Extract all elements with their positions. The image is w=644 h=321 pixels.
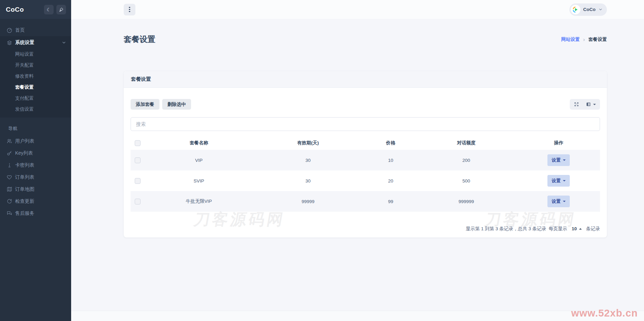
key-icon — [7, 150, 12, 156]
column-header-validity: 有效期(天) — [250, 136, 366, 150]
sidebar-item-label: 订单列表 — [15, 174, 66, 180]
card-title: 套餐设置 — [124, 71, 607, 88]
package-settings-card: 套餐设置 添加套餐 删除选中 — [124, 71, 607, 237]
sidebar-item-site-settings[interactable]: 网站设置 — [0, 49, 71, 60]
fullscreen-button[interactable] — [574, 102, 579, 107]
sidebar-item-home[interactable]: 首页 — [0, 24, 71, 36]
chat-bubbles-icon — [7, 210, 12, 216]
column-header-quota: 对话额度 — [415, 136, 518, 150]
settings-dropdown-button[interactable]: 设置 — [547, 196, 570, 207]
cell-validity: 99999 — [250, 191, 366, 212]
page-footer — [71, 311, 644, 321]
sidebar-item-edit-profile[interactable]: 修改资料 — [0, 71, 71, 82]
breadcrumb-link-site-settings[interactable]: 网站设置 — [561, 36, 580, 43]
table-toolbar: 添加套餐 删除选中 — [131, 99, 600, 110]
sidebar-item-order-map[interactable]: 订单地图 — [0, 183, 71, 195]
cell-name: VIP — [148, 150, 250, 170]
dark-mode-button[interactable]: ☾ — [44, 5, 54, 14]
add-package-button[interactable]: 添加套餐 — [131, 99, 159, 110]
row-checkbox[interactable] — [135, 199, 141, 204]
avatar — [571, 5, 580, 14]
sidebar: CoCo ☾ 首页 系统设置 网站设置 开关配置 修改资料 套餐设置 支付配置 … — [0, 0, 71, 321]
brush-icon — [59, 7, 64, 12]
map-icon — [7, 186, 12, 192]
layers-icon — [7, 40, 12, 46]
sidebar-group-system: 系统设置 网站设置 开关配置 修改资料 套餐设置 支付配置 发信设置 — [0, 36, 71, 118]
caret-down-icon — [563, 159, 566, 161]
dashboard-icon — [7, 27, 12, 33]
sidebar-header: CoCo ☾ — [0, 0, 71, 19]
pagination-summary: 显示第 1 到第 3 条记录，总共 3 条记录 — [466, 226, 546, 232]
select-all-checkbox[interactable] — [135, 140, 141, 146]
packages-table: 套餐名称 有效期(天) 价格 对话额度 操作 VIP 30 10 — [131, 136, 600, 212]
chevron-down-icon — [598, 7, 603, 12]
sidebar-item-mail-settings[interactable]: 发信设置 — [0, 104, 71, 115]
user-name: CoCo — [583, 7, 596, 12]
sidebar-item-system-settings[interactable]: 系统设置 — [0, 36, 71, 49]
cell-name: SVIP — [148, 170, 250, 191]
sidebar-item-card-list[interactable]: 卡密列表 — [0, 159, 71, 171]
table-row: 牛批无限VIP 99999 99 999999 设置 — [131, 191, 600, 212]
table-row: SVIP 30 20 500 设置 — [131, 170, 600, 191]
cell-price: 99 — [366, 191, 415, 212]
info-icon — [7, 162, 12, 168]
menu-dots-button[interactable] — [124, 4, 135, 15]
breadcrumb-separator-icon: › — [583, 36, 585, 42]
sidebar-item-check-update[interactable]: 检查更新 — [0, 195, 71, 207]
column-header-name: 套餐名称 — [148, 136, 250, 150]
caret-down-icon — [563, 201, 566, 202]
columns-button[interactable] — [586, 102, 596, 107]
caret-down-icon — [593, 104, 596, 105]
sidebar-item-switch-config[interactable]: 开关配置 — [0, 60, 71, 71]
sidebar-item-order-list[interactable]: 订单列表 — [0, 171, 71, 183]
refresh-icon — [7, 198, 12, 204]
sidebar-item-payment-config[interactable]: 支付配置 — [0, 93, 71, 104]
sidebar-item-label: 检查更新 — [15, 198, 66, 204]
breadcrumb: 网站设置 › 套餐设置 — [561, 36, 607, 43]
search-input[interactable] — [131, 117, 600, 131]
table-row: VIP 30 10 200 设置 — [131, 150, 600, 170]
table-tools — [570, 99, 600, 110]
users-icon — [7, 138, 12, 144]
heart-icon — [7, 174, 12, 180]
sidebar-item-label: 卡密列表 — [15, 162, 66, 168]
settings-dropdown-button[interactable]: 设置 — [547, 175, 570, 187]
user-menu-button[interactable]: CoCo — [569, 3, 607, 16]
theme-button[interactable] — [56, 5, 66, 14]
settings-dropdown-button[interactable]: 设置 — [547, 154, 570, 166]
sidebar-item-after-sales[interactable]: 售后服务 — [0, 207, 71, 219]
row-checkbox[interactable] — [135, 157, 141, 163]
sidebar-item-label: 售后服务 — [15, 210, 66, 217]
sidebar-item-label: 用户列表 — [15, 138, 66, 144]
page-head: 套餐设置 网站设置 › 套餐设置 — [124, 34, 607, 45]
cell-quota: 999999 — [415, 191, 518, 212]
topbar: CoCo — [71, 0, 644, 19]
sidebar-item-label: 订单地图 — [15, 186, 66, 192]
delete-selected-button[interactable]: 删除选中 — [162, 99, 191, 110]
breadcrumb-current: 套餐设置 — [588, 36, 607, 43]
main-area: CoCo 套餐设置 网站设置 › 套餐设置 套餐设置 添加套餐 删除选中 — [71, 0, 644, 237]
per-page-select[interactable]: 10 — [569, 225, 584, 232]
column-header-price: 价格 — [366, 136, 415, 150]
sidebar-item-key-list[interactable]: Key列表 — [0, 147, 71, 159]
sidebar-item-label: 系统设置 — [15, 40, 62, 46]
sidebar-item-user-list[interactable]: 用户列表 — [0, 135, 71, 147]
moon-icon: ☾ — [47, 7, 51, 12]
sidebar-item-package-settings[interactable]: 套餐设置 — [0, 82, 71, 93]
sidebar-section-label: 导航 — [0, 120, 71, 135]
per-page-unit: 条记录 — [586, 226, 600, 232]
columns-icon — [586, 102, 591, 107]
dots-vertical-icon — [129, 7, 130, 8]
cell-quota: 500 — [415, 170, 518, 191]
cell-validity: 30 — [250, 150, 366, 170]
cell-price: 20 — [366, 170, 415, 191]
app-logo: CoCo — [6, 6, 24, 13]
caret-down-icon — [563, 180, 566, 181]
chevron-down-icon — [62, 40, 66, 45]
cell-validity: 30 — [250, 170, 366, 191]
per-page-label: 每页显示 — [548, 226, 567, 232]
caret-up-icon — [579, 228, 582, 230]
row-checkbox[interactable] — [135, 178, 141, 184]
sidebar-item-label: 首页 — [15, 27, 66, 33]
expand-icon — [574, 102, 579, 107]
